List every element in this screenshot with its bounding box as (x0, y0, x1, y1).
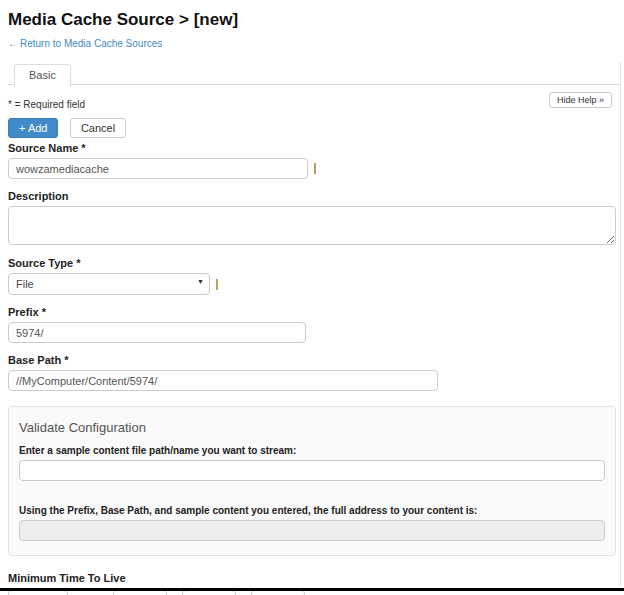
source-name-label: Source Name * (8, 142, 624, 154)
cancel-button-top[interactable]: Cancel (70, 118, 126, 138)
sample-content-input[interactable] (19, 460, 605, 481)
source-type-select[interactable]: File (8, 273, 210, 295)
page-right-border (620, 62, 621, 586)
add-button-label: Add (28, 122, 48, 134)
page-title: Media Cache Source > [new] (8, 10, 624, 30)
full-address-label: Using the Prefix, Base Path, and sample … (19, 505, 605, 516)
tab-bar: Basic (8, 63, 621, 85)
source-type-label: Source Type * (8, 257, 624, 269)
base-path-label: Base Path * (8, 354, 624, 366)
note-row: * = Required field Hide Help » (8, 94, 624, 110)
full-address-output (19, 520, 605, 541)
prefix-label: Prefix * (8, 306, 624, 318)
source-type-select-wrap: File▼ (8, 273, 210, 295)
back-arrow-icon: ← (8, 38, 18, 49)
base-path-input[interactable] (8, 370, 438, 391)
help-divider-tick (216, 279, 218, 290)
source-name-input[interactable] (8, 158, 308, 179)
validate-configuration-title: Validate Configuration (19, 420, 605, 435)
validate-configuration-panel: Validate Configuration Enter a sample co… (8, 406, 616, 556)
min-ttl-label: Minimum Time To Live (8, 572, 624, 584)
top-button-row: + Add Cancel (8, 118, 624, 138)
prefix-input[interactable] (8, 322, 306, 343)
tab-basic[interactable]: Basic (14, 64, 71, 87)
hide-help-button[interactable]: Hide Help » (549, 92, 612, 108)
back-link-label: Return to Media Cache Sources (20, 38, 162, 49)
back-to-media-cache-sources-link[interactable]: ←Return to Media Cache Sources (8, 38, 162, 49)
page-content: Media Cache Source > [new] ←Return to Me… (0, 0, 624, 595)
plus-icon: + (19, 122, 25, 134)
add-button-top[interactable]: + Add (8, 118, 58, 138)
required-field-note: * = Required field (8, 99, 85, 110)
help-divider-tick (314, 163, 316, 174)
screenshot-bottom-edge (0, 588, 624, 591)
sample-content-label: Enter a sample content file path/name yo… (19, 445, 605, 456)
description-label: Description (8, 190, 624, 202)
description-textarea[interactable] (8, 206, 616, 245)
